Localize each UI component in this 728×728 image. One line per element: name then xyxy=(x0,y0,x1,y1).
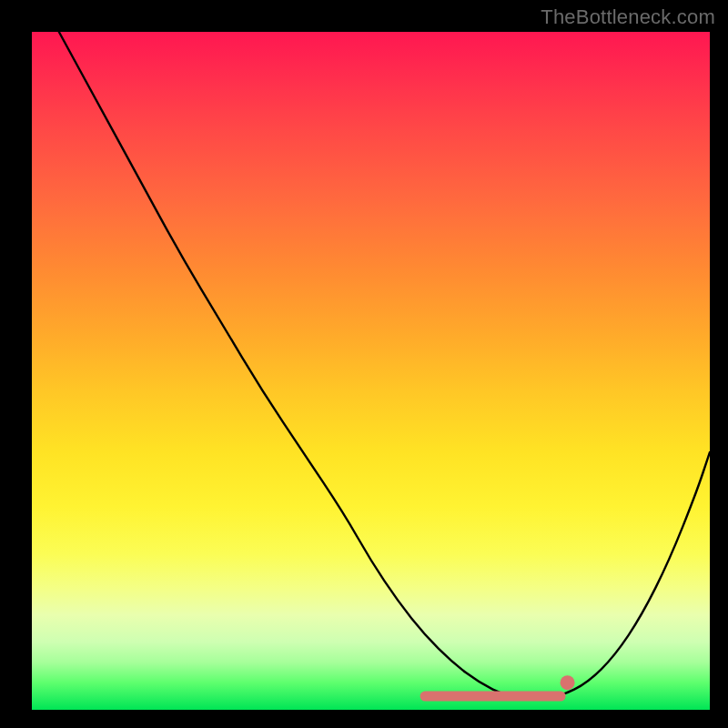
bottleneck-curve xyxy=(59,32,710,699)
bottleneck-accent-dot xyxy=(561,675,575,690)
bottleneck-curve-group xyxy=(59,32,710,699)
watermark-text: TheBottleneck.com xyxy=(541,5,715,29)
chart-frame: TheBottleneck.com xyxy=(0,0,728,728)
chart-svg xyxy=(32,32,710,710)
